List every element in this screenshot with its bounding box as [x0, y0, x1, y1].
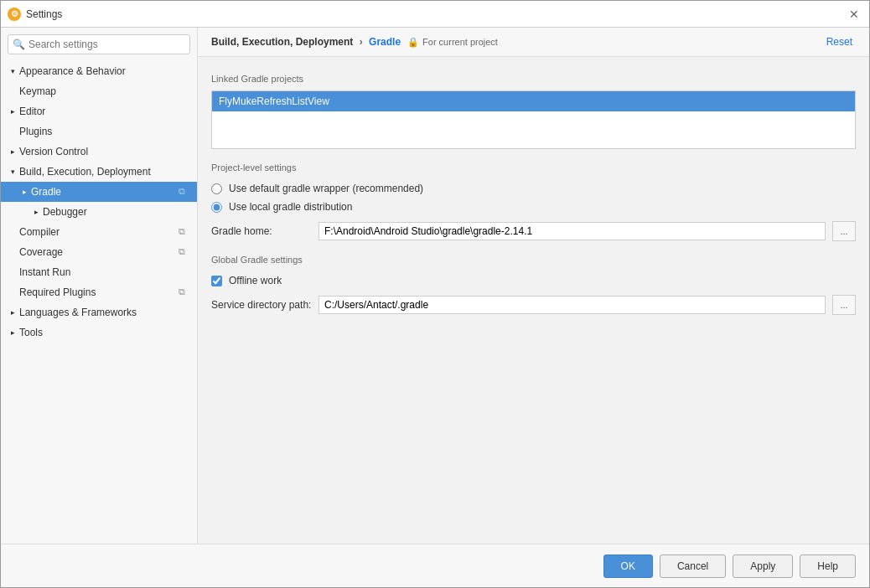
settings-dialog: ⚙ Settings ✕ 🔍 ▾ Appearance & Behavior K… — [0, 0, 870, 588]
copy-icon: ⧉ — [179, 286, 190, 298]
search-input[interactable] — [8, 34, 190, 54]
breadcrumb-separator: › — [360, 36, 365, 48]
gradle-home-input[interactable] — [318, 222, 826, 240]
ok-button[interactable]: OK — [603, 554, 653, 578]
sidebar-item-label: Keymap — [19, 85, 190, 97]
sidebar-item-label: Plugins — [8, 126, 190, 137]
help-button[interactable]: Help — [800, 554, 856, 578]
linked-projects-label: Linked Gradle projects — [211, 74, 856, 84]
sidebar-item-label: Editor — [19, 106, 190, 117]
service-dir-row: Service directory path: ... — [211, 295, 856, 315]
gradle-home-browse-button[interactable]: ... — [832, 221, 856, 241]
cancel-button[interactable]: Cancel — [660, 554, 726, 578]
search-icon: 🔍 — [13, 39, 25, 50]
sidebar-item-version-control[interactable]: ▸ Version Control — [1, 142, 197, 162]
sidebar-item-label: Languages & Frameworks — [19, 307, 190, 318]
sidebar-item-instant-run[interactable]: Instant Run — [1, 262, 197, 282]
sidebar-item-editor[interactable]: ▸ Editor — [1, 101, 197, 121]
sidebar-item-tools[interactable]: ▸ Tools — [1, 322, 197, 343]
search-box: 🔍 — [8, 34, 190, 54]
sidebar-item-build[interactable]: ▾ Build, Execution, Deployment — [1, 162, 197, 182]
offline-work-row[interactable]: Offline work — [211, 271, 856, 290]
project-icon: 🔒 — [407, 37, 419, 48]
sidebar-item-label: Gradle — [31, 186, 179, 198]
arrow-icon: ▾ — [8, 167, 18, 177]
breadcrumb: Build, Execution, Deployment › Gradle — [211, 36, 401, 48]
radio-default-wrapper[interactable]: Use default gradle wrapper (recommended) — [211, 179, 856, 198]
sidebar-item-languages[interactable]: ▸ Languages & Frameworks — [1, 302, 197, 322]
breadcrumb-part1: Build, Execution, Deployment — [211, 36, 353, 48]
for-project-badge: 🔒 For current project — [407, 37, 498, 48]
reset-button[interactable]: Reset — [823, 34, 856, 49]
sidebar-item-debugger[interactable]: ▸ Debugger — [1, 202, 197, 222]
arrow-icon: ▸ — [19, 187, 29, 197]
sidebar-item-label: Coverage — [19, 246, 179, 258]
radio-local-dist-input[interactable] — [211, 202, 222, 213]
main-area: 🔍 ▾ Appearance & Behavior Keymap ▸ Edito… — [1, 28, 869, 544]
for-project-label: For current project — [422, 37, 498, 47]
sidebar-item-label: Required Plugins — [19, 286, 179, 298]
app-icon: ⚙ — [8, 8, 21, 21]
service-dir-input[interactable] — [318, 296, 826, 314]
global-settings-label: Global Gradle settings — [211, 255, 856, 265]
offline-work-checkbox[interactable] — [211, 276, 222, 286]
sidebar: 🔍 ▾ Appearance & Behavior Keymap ▸ Edito… — [1, 28, 198, 544]
service-dir-label: Service directory path: — [211, 299, 312, 311]
sidebar-item-label: Build, Execution, Deployment — [19, 166, 190, 178]
sidebar-item-keymap[interactable]: Keymap — [1, 81, 197, 101]
footer: OK Cancel Apply Help — [1, 544, 869, 587]
content-body: Linked Gradle projects FlyMukeRefreshLis… — [198, 57, 869, 544]
radio-default-wrapper-input[interactable] — [211, 183, 222, 194]
project-list-item-empty — [212, 111, 855, 138]
window-title: Settings — [26, 8, 62, 20]
sidebar-item-coverage[interactable]: Coverage ⧉ — [1, 242, 197, 262]
sidebar-item-required-plugins[interactable]: Required Plugins ⧉ — [1, 282, 197, 302]
sidebar-item-compiler[interactable]: Compiler ⧉ — [1, 222, 197, 242]
sidebar-item-label: Instant Run — [19, 266, 190, 278]
project-list[interactable]: FlyMukeRefreshListView — [211, 90, 856, 149]
radio-default-wrapper-label: Use default gradle wrapper (recommended) — [229, 183, 423, 194]
radio-local-dist[interactable]: Use local gradle distribution — [211, 198, 856, 216]
gradle-home-row: Gradle home: ... — [211, 221, 856, 241]
copy-icon: ⧉ — [179, 186, 190, 198]
sidebar-item-gradle[interactable]: ▸ Gradle ⧉ — [1, 182, 197, 202]
arrow-icon: ▸ — [8, 307, 18, 317]
sidebar-item-label: Version Control — [19, 146, 190, 157]
title-bar-left: ⚙ Settings — [8, 8, 62, 21]
arrow-icon: ▸ — [8, 106, 18, 116]
breadcrumb-part2: Gradle — [369, 36, 401, 48]
close-button[interactable]: ✕ — [846, 6, 862, 23]
sidebar-item-label: Appearance & Behavior — [19, 65, 190, 77]
service-dir-browse-button[interactable]: ... — [832, 295, 856, 315]
copy-icon: ⧉ — [179, 226, 190, 238]
arrow-icon: ▾ — [8, 66, 18, 76]
offline-work-label: Offline work — [229, 275, 282, 286]
sidebar-item-appearance[interactable]: ▾ Appearance & Behavior — [1, 61, 197, 81]
sidebar-item-label: Compiler — [19, 226, 179, 238]
project-level-settings: Use default gradle wrapper (recommended)… — [211, 179, 856, 241]
copy-icon: ⧉ — [179, 246, 190, 258]
content-area: Build, Execution, Deployment › Gradle 🔒 … — [198, 28, 869, 544]
nav-tree: ▾ Appearance & Behavior Keymap ▸ Editor … — [1, 61, 197, 544]
arrow-icon: ▸ — [8, 328, 18, 338]
sidebar-item-plugins[interactable]: Plugins — [1, 121, 197, 142]
apply-button[interactable]: Apply — [733, 554, 793, 578]
sidebar-item-label: Debugger — [43, 206, 190, 218]
arrow-icon: ▸ — [31, 207, 41, 217]
project-list-item[interactable]: FlyMukeRefreshListView — [212, 91, 855, 111]
radio-local-dist-label: Use local gradle distribution — [229, 201, 352, 213]
project-level-label: Project-level settings — [211, 162, 856, 173]
sidebar-item-label: Tools — [19, 327, 190, 338]
title-bar: ⚙ Settings ✕ — [1, 1, 869, 28]
gradle-home-label: Gradle home: — [211, 225, 312, 237]
content-header: Build, Execution, Deployment › Gradle 🔒 … — [198, 28, 869, 57]
arrow-icon: ▸ — [8, 147, 18, 157]
global-settings: Offline work Service directory path: ... — [211, 271, 856, 315]
